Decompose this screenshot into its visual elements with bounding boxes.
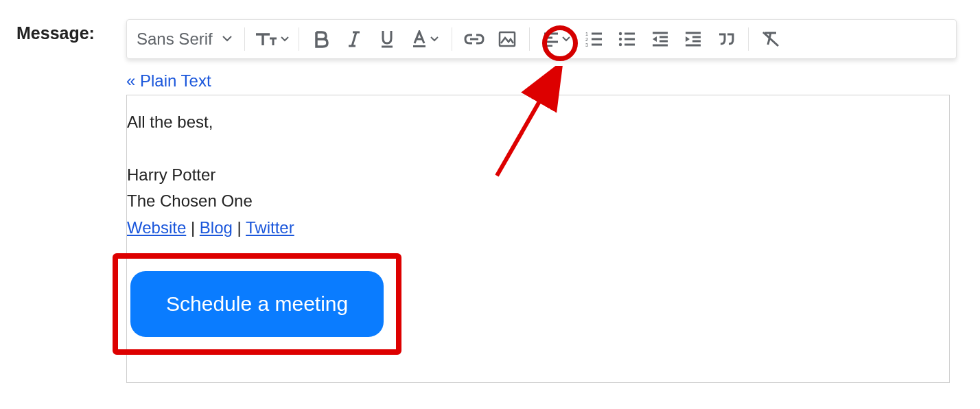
link-separator: |	[186, 218, 200, 237]
svg-text:2: 2	[585, 37, 588, 42]
insert-image-button[interactable]	[491, 24, 524, 54]
svg-point-7	[619, 43, 622, 46]
signature-links: Website | Blog | Twitter	[127, 215, 949, 241]
schedule-meeting-button[interactable]: Schedule a meeting	[130, 271, 384, 337]
annotation-box-cta: Schedule a meeting	[113, 253, 401, 355]
font-size-icon	[255, 30, 278, 48]
signature-name: Harry Potter	[127, 162, 949, 188]
text-color-icon	[411, 30, 428, 48]
indent-less-button[interactable]	[644, 24, 677, 54]
numbered-list-button[interactable]: 1 2 3	[578, 24, 611, 54]
twitter-link[interactable]: Twitter	[246, 218, 294, 237]
svg-text:1: 1	[585, 32, 588, 36]
svg-text:3: 3	[585, 43, 588, 47]
svg-rect-0	[413, 45, 425, 47]
remove-formatting-button[interactable]	[754, 24, 787, 54]
signature-title: The Chosen One	[127, 188, 949, 214]
chevron-down-icon	[562, 36, 570, 42]
quote-icon	[717, 32, 735, 47]
bulleted-list-button[interactable]	[611, 24, 644, 54]
align-button[interactable]	[535, 24, 578, 54]
numbered-list-icon: 1 2 3	[585, 32, 603, 47]
underline-button[interactable]	[371, 24, 404, 54]
website-link[interactable]: Website	[127, 218, 186, 237]
chevron-down-icon	[222, 36, 232, 43]
svg-point-6	[619, 38, 622, 40]
link-separator: |	[233, 218, 246, 237]
italic-icon	[347, 30, 361, 48]
signature-blank	[127, 135, 949, 161]
font-size-button[interactable]	[250, 24, 293, 54]
italic-button[interactable]	[338, 24, 371, 54]
toolbar-separator	[748, 27, 749, 51]
bulleted-list-icon	[618, 32, 636, 47]
chevron-down-icon	[281, 36, 289, 42]
blog-link[interactable]: Blog	[200, 218, 233, 237]
link-icon	[464, 32, 485, 46]
toolbar-separator	[244, 27, 245, 51]
svg-point-5	[619, 32, 622, 35]
plain-text-toggle[interactable]: « Plain Text	[126, 71, 211, 90]
image-icon	[498, 31, 516, 47]
formatting-toolbar: Sans Serif	[126, 19, 957, 59]
toolbar-separator	[452, 27, 452, 51]
message-editor[interactable]: All the best, Harry Potter The Chosen On…	[126, 95, 950, 383]
underline-icon	[380, 30, 395, 49]
toolbar-separator	[529, 27, 530, 51]
indent-more-button[interactable]	[677, 24, 710, 54]
toolbar-separator	[299, 27, 299, 51]
insert-link-button[interactable]	[458, 24, 491, 54]
remove-format-icon	[761, 30, 780, 48]
message-label: Message:	[16, 19, 126, 43]
bold-icon	[314, 30, 329, 48]
indent-less-icon	[651, 32, 669, 47]
editor-panel: Sans Serif	[126, 19, 980, 383]
quote-button[interactable]	[710, 24, 743, 54]
chevron-down-icon	[430, 36, 439, 42]
indent-more-icon	[684, 32, 702, 47]
font-family-select[interactable]: Sans Serif	[132, 30, 239, 49]
signature-line: All the best,	[127, 109, 949, 135]
bold-button[interactable]	[305, 24, 338, 54]
text-color-button[interactable]	[404, 24, 446, 54]
align-left-icon	[543, 32, 559, 47]
font-family-value: Sans Serif	[137, 30, 213, 49]
